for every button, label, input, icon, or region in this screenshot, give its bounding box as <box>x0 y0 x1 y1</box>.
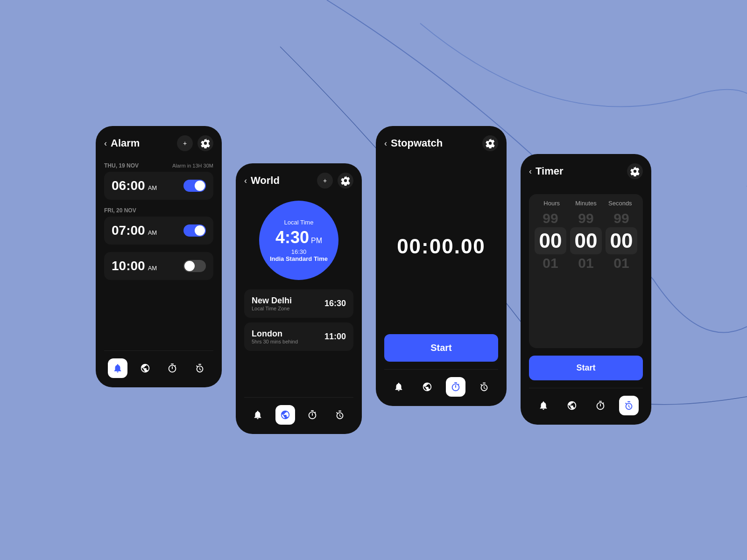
alarm-item-1: 06:00 AM <box>104 172 213 200</box>
alarm-time-2: 07:00 <box>112 223 145 238</box>
world-header: ‹ World + <box>244 173 353 189</box>
alarm-date-2: FRI, 20 NOV <box>104 207 136 214</box>
timer-minutes-next: 01 <box>578 255 593 271</box>
alarm-time-1: 06:00 <box>112 178 145 193</box>
alarm-item-3: 10:00 AM <box>104 252 213 280</box>
nav-timer-icon-alarm[interactable] <box>190 358 210 378</box>
stopwatch-header: ‹ Stopwatch <box>384 135 498 151</box>
world-title: World <box>251 175 280 187</box>
timer-hours-prev: 99 <box>543 210 558 226</box>
nav-world-icon-alarm[interactable] <box>135 358 155 378</box>
world-time-24: 16:30 <box>291 248 307 255</box>
alarm-date-1: THU, 19 NOV <box>104 162 139 169</box>
alarm-ampm-2: AM <box>148 229 157 236</box>
city-time-london: 11:00 <box>324 332 346 342</box>
city-item-delhi[interactable]: New Delhi Local Time Zone 16:30 <box>244 289 353 318</box>
nav-world-icon-sw[interactable] <box>417 377 437 397</box>
alarm-ampm-3: AM <box>148 265 157 272</box>
city-time-delhi: 16:30 <box>324 299 346 308</box>
alarm-add-button[interactable]: + <box>177 135 193 151</box>
alarm-toggle-2[interactable] <box>183 224 206 237</box>
alarm-toggle-1[interactable] <box>183 180 206 192</box>
timer-seconds-prev: 99 <box>613 210 629 226</box>
timer-seconds-next: 01 <box>613 255 629 271</box>
stopwatch-time: 00:00.00 <box>397 235 486 258</box>
nav-alarm-icon-sw[interactable] <box>389 377 409 397</box>
alarm-nav <box>104 350 213 378</box>
city-name-london: London <box>252 329 298 339</box>
timer-col-minutes[interactable]: 99 00 01 <box>570 210 602 271</box>
nav-world-icon-timer[interactable] <box>562 396 582 415</box>
nav-alarm-icon-timer[interactable] <box>534 396 553 415</box>
timer-seconds-label: Seconds <box>603 200 637 207</box>
timer-picker-header: Hours Minutes Seconds <box>535 200 637 207</box>
timer-picker: Hours Minutes Seconds 99 00 01 99 00 01 … <box>529 194 643 348</box>
nav-timer-icon-sw[interactable] <box>474 377 494 397</box>
timer-minutes-current: 00 <box>570 227 602 254</box>
timer-seconds-current: 00 <box>606 227 637 254</box>
alarm-countdown-1: Alarm in 13H 30M <box>172 163 213 168</box>
stopwatch-settings-button[interactable] <box>482 135 498 151</box>
timer-hours-next: 01 <box>543 255 558 271</box>
alarm-time-3: 10:00 <box>112 259 145 273</box>
timer-cols: 99 00 01 99 00 01 99 00 01 <box>535 210 637 271</box>
alarm-date-row-2: FRI, 20 NOV <box>104 207 213 214</box>
timer-hours-label: Hours <box>535 200 569 207</box>
alarm-phone: ‹ Alarm + THU, 19 NOV Alarm in 13H 30M 0… <box>96 126 222 387</box>
nav-timer-icon-timer[interactable] <box>619 396 639 415</box>
alarm-title: Alarm <box>111 137 140 149</box>
nav-stopwatch-icon-sw[interactable] <box>446 377 465 397</box>
world-clock-circle: Local Time 4:30 PM 16:30 India Standard … <box>259 201 338 280</box>
nav-timer-icon-world[interactable] <box>330 405 350 425</box>
world-add-button[interactable]: + <box>317 173 333 189</box>
world-time: 4:30 <box>275 228 309 247</box>
stopwatch-nav <box>384 369 498 397</box>
city-name-delhi: New Delhi <box>252 296 292 306</box>
alarm-header: ‹ Alarm + <box>104 135 213 151</box>
phones-container: ‹ Alarm + THU, 19 NOV Alarm in 13H 30M 0… <box>96 126 651 434</box>
world-phone: ‹ World + Local Time 4:30 PM 16:30 India… <box>236 163 362 434</box>
alarm-settings-button[interactable] <box>197 135 213 151</box>
toggle-knob-1 <box>195 181 205 191</box>
world-settings-button[interactable] <box>338 173 353 189</box>
nav-alarm-icon-world[interactable] <box>248 405 268 425</box>
timer-col-seconds[interactable]: 99 00 01 <box>606 210 637 271</box>
alarm-date-row-1: THU, 19 NOV Alarm in 13H 30M <box>104 162 213 169</box>
timer-title: Timer <box>536 165 564 177</box>
city-item-london[interactable]: London 5hrs 30 mins behind 11:00 <box>244 322 353 351</box>
alarm-back-button[interactable]: ‹ <box>104 139 107 148</box>
timer-phone: ‹ Timer Hours Minutes Seconds 99 00 01 <box>521 154 651 425</box>
timer-settings-button[interactable] <box>627 163 643 179</box>
nav-stopwatch-icon-alarm[interactable] <box>162 358 182 378</box>
stopwatch-back-button[interactable]: ‹ <box>384 139 387 148</box>
stopwatch-phone: ‹ Stopwatch 00:00.00 Start <box>376 126 507 406</box>
city-sub-london: 5hrs 30 mins behind <box>252 339 298 344</box>
alarm-ampm-1: AM <box>148 184 157 191</box>
alarm-toggle-3[interactable] <box>183 260 206 272</box>
nav-stopwatch-icon-world[interactable] <box>303 405 322 425</box>
nav-stopwatch-icon-timer[interactable] <box>591 396 610 415</box>
world-back-button[interactable]: ‹ <box>244 176 247 186</box>
timer-minutes-prev: 99 <box>578 210 593 226</box>
toggle-knob-2 <box>195 225 205 236</box>
world-timezone: India Standard Time <box>270 255 328 262</box>
world-nav <box>244 397 353 425</box>
world-local-label: Local Time <box>284 219 314 226</box>
timer-header: ‹ Timer <box>529 163 643 179</box>
timer-start-button[interactable]: Start <box>529 356 643 380</box>
timer-hours-current: 00 <box>535 227 566 254</box>
timer-back-button[interactable]: ‹ <box>529 167 532 176</box>
timer-nav <box>529 388 643 415</box>
nav-alarm-icon[interactable] <box>108 358 127 378</box>
timer-minutes-label: Minutes <box>569 200 603 207</box>
alarm-item-2: 07:00 AM <box>104 217 213 245</box>
nav-world-icon-world[interactable] <box>275 405 295 425</box>
stopwatch-title: Stopwatch <box>391 137 443 149</box>
city-sub-delhi: Local Time Zone <box>252 306 292 311</box>
timer-col-hours[interactable]: 99 00 01 <box>535 210 566 271</box>
toggle-knob-3 <box>184 261 195 271</box>
world-ampm: PM <box>311 237 322 245</box>
stopwatch-start-button[interactable]: Start <box>384 334 498 362</box>
stopwatch-display: 00:00.00 <box>384 159 498 334</box>
